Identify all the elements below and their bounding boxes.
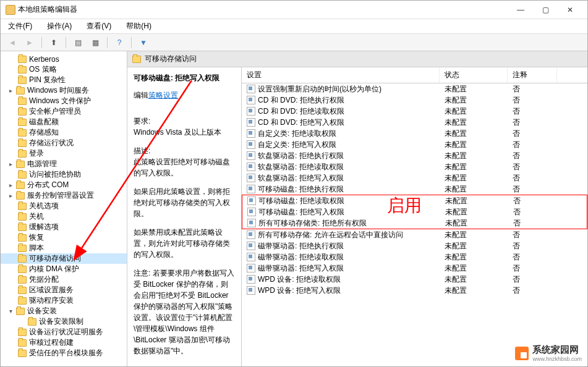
col-state[interactable]: 状态: [440, 67, 508, 83]
tree-item[interactable]: 设备运行状况证明服务: [1, 327, 127, 337]
tree-item[interactable]: 分布式 COM: [1, 180, 127, 190]
folder-icon: [18, 224, 27, 231]
watermark-url: www.hnzkhbsb.com: [532, 356, 582, 362]
tree-item[interactable]: 脚本: [1, 243, 127, 253]
setting-name: WPD 设备: 拒绝写入权限: [258, 285, 341, 296]
setting-icon: [247, 242, 255, 250]
tree-pane[interactable]: KerberosOS 策略PIN 复杂性Windows 时间服务Windows …: [1, 51, 127, 366]
list-row[interactable]: WPD 设备: 拒绝写入权限未配置否: [242, 285, 587, 296]
setting-icon: [247, 219, 256, 227]
up-button[interactable]: ⬆: [47, 36, 61, 49]
tree-item[interactable]: 关机选项: [1, 201, 127, 211]
list-row[interactable]: 可移动磁盘: 拒绝执行权限未配置否: [242, 184, 587, 195]
list-row[interactable]: 自定义类: 拒绝读取权限未配置否: [242, 128, 587, 139]
list-row[interactable]: WPD 设备: 拒绝读取权限未配置否: [242, 274, 587, 285]
setting-state: 未配置: [440, 241, 508, 251]
menu-file[interactable]: 文件(F): [6, 20, 35, 33]
minimize-button[interactable]: —: [508, 1, 533, 19]
folder-icon: [18, 150, 27, 158]
tree-item[interactable]: 服务控制管理器设置: [1, 190, 127, 201]
tree-item-label: 缓解选项: [29, 222, 59, 232]
close-button[interactable]: ✕: [558, 1, 582, 19]
list-row[interactable]: 磁带驱动器: 拒绝读取权限未配置否: [242, 251, 587, 263]
tree-item[interactable]: 可移动存储访问: [1, 253, 127, 264]
folder-icon: [18, 66, 27, 74]
menu-action[interactable]: 操作(A): [45, 20, 74, 33]
tree-item[interactable]: Windows 文件保护: [1, 96, 127, 106]
list-row[interactable]: 可移动磁盘: 拒绝写入权限未配置否: [242, 206, 587, 217]
list-row[interactable]: 设置强制重新启动的时间(以秒为单位)未配置否: [242, 83, 587, 95]
col-note[interactable]: 注释: [508, 67, 557, 83]
list-row[interactable]: 自定义类: 拒绝写入权限未配置否: [242, 139, 587, 150]
setting-name: 磁带驱动器: 拒绝执行权限: [258, 241, 344, 251]
tree-item[interactable]: 内核 DMA 保护: [1, 264, 127, 274]
desc-3: 如果禁用或未配置此策略设置，则允许对此可移动存储类的写入权限。: [134, 227, 235, 260]
tree-item[interactable]: 关机: [1, 211, 127, 222]
detail-view-button[interactable]: ▦: [88, 36, 102, 49]
list-pane[interactable]: 设置 状态 注释 设置强制重新启动的时间(以秒为单位)未配置否CD 和 DVD:…: [242, 67, 587, 366]
tree-item[interactable]: 存储感知: [1, 127, 127, 138]
tree-item[interactable]: 访问被拒绝协助: [1, 169, 127, 180]
tree-item[interactable]: Windows 时间服务: [1, 85, 127, 96]
list-body: 设置强制重新启动的时间(以秒为单位)未配置否CD 和 DVD: 拒绝执行权限未配…: [242, 83, 587, 296]
filter-button[interactable]: ▼: [137, 36, 150, 49]
app-icon: [6, 5, 15, 15]
tree-item[interactable]: 驱动程序安装: [1, 295, 127, 306]
setting-note: 否: [508, 218, 558, 229]
forward-button[interactable]: ►: [23, 36, 36, 49]
tree-item-label: 访问被拒绝协助: [29, 169, 81, 180]
tree-item[interactable]: PIN 复杂性: [1, 75, 127, 85]
list-row[interactable]: 磁带驱动器: 拒绝写入权限未配置否: [242, 263, 587, 274]
setting-icon: [247, 151, 255, 160]
tree-item[interactable]: 审核过程创建: [1, 337, 127, 348]
setting-name: 软盘驱动器: 拒绝写入权限: [258, 173, 344, 184]
req-value: Windows Vista 及以上版本: [134, 127, 235, 138]
folder-icon: [18, 203, 27, 210]
setting-note: 否: [508, 173, 557, 184]
list-row[interactable]: 所有可移动存储: 允许在远程会话中直接访问未配置否: [242, 229, 587, 240]
list-row[interactable]: 软盘驱动器: 拒绝写入权限未配置否: [242, 172, 587, 184]
menubar: 文件(F) 操作(A) 查看(V) 帮助(H): [1, 19, 587, 34]
setting-note: 否: [508, 140, 557, 150]
setting-state: 未配置: [440, 184, 508, 195]
separator: [131, 37, 132, 48]
list-row[interactable]: CD 和 DVD: 拒绝读取权限未配置否: [242, 106, 587, 117]
tree-item[interactable]: 安全帐户管理员: [1, 106, 127, 117]
setting-icon: [247, 118, 255, 127]
list-row[interactable]: CD 和 DVD: 拒绝执行权限未配置否: [242, 95, 587, 106]
list-row[interactable]: 软盘驱动器: 拒绝读取权限未配置否: [242, 161, 587, 172]
menu-help[interactable]: 帮助(H): [124, 20, 154, 33]
list-row[interactable]: CD 和 DVD: 拒绝写入权限未配置否: [242, 117, 587, 128]
edit-policy-link[interactable]: 策略设置: [148, 90, 178, 101]
tree-item[interactable]: 存储运行状况: [1, 138, 127, 148]
list-view-button[interactable]: ▤: [71, 36, 85, 49]
list-row[interactable]: 所有可移动存储类: 拒绝所有权限未配置否: [242, 217, 587, 229]
col-setting[interactable]: 设置: [242, 67, 440, 83]
tree-item[interactable]: 电源管理: [1, 159, 127, 169]
folder-icon: [18, 234, 27, 242]
tree-item[interactable]: 设备安装限制: [1, 316, 127, 327]
tree-item[interactable]: 磁盘配额: [1, 117, 127, 127]
tree-item[interactable]: 登录: [1, 148, 127, 159]
help-button[interactable]: ?: [113, 36, 126, 49]
tree-item[interactable]: OS 策略: [1, 64, 127, 75]
tree-item[interactable]: 设备安装: [1, 306, 127, 316]
tree-item[interactable]: Kerberos: [1, 54, 127, 64]
maximize-button[interactable]: ▢: [533, 1, 558, 19]
tree-item-label: OS 策略: [29, 64, 57, 75]
tree-item[interactable]: 区域设置服务: [1, 285, 127, 295]
tree-item[interactable]: 受信任的平台模块服务: [1, 348, 127, 358]
main-content: KerberosOS 策略PIN 复杂性Windows 时间服务Windows …: [1, 51, 587, 366]
setting-note: 否: [508, 184, 557, 195]
list-row[interactable]: 软盘驱动器: 拒绝执行权限未配置否: [242, 150, 587, 161]
list-row[interactable]: 磁带驱动器: 拒绝执行权限未配置否: [242, 240, 587, 251]
tree-item[interactable]: 凭据分配: [1, 274, 127, 285]
tree-item[interactable]: 恢复: [1, 232, 127, 243]
menu-view[interactable]: 查看(V): [84, 20, 114, 33]
back-button[interactable]: ◄: [6, 36, 19, 49]
list-row[interactable]: 可移动磁盘: 拒绝读取权限未配置否: [242, 195, 587, 206]
folder-icon: [18, 276, 27, 284]
window-title: 本地组策略编辑器: [15, 4, 508, 15]
setting-note: 否: [508, 151, 557, 161]
tree-item[interactable]: 缓解选项: [1, 222, 127, 232]
